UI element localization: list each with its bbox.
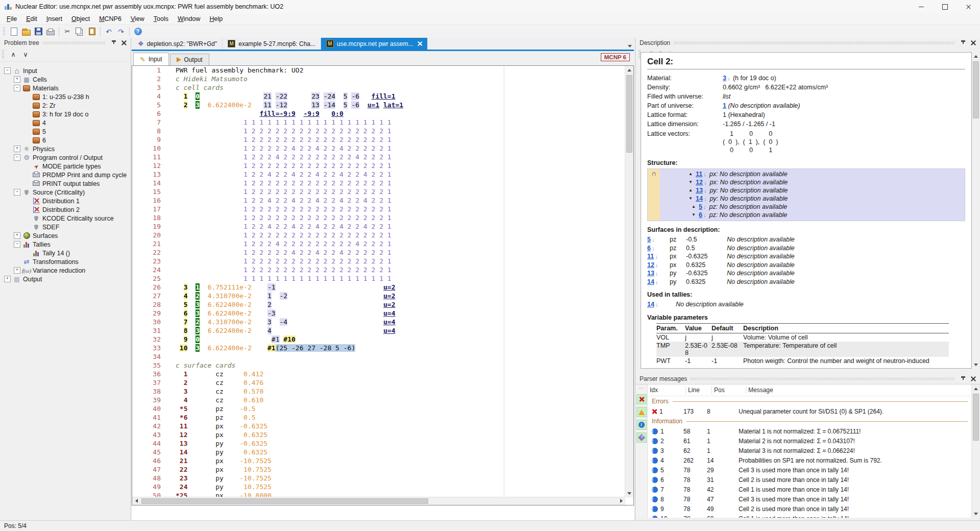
editor-line-21[interactable]: 21 1 2 2 2 4 2 2 2 2 2 2 2 2 2 4 2 2 2 1 (132, 239, 625, 248)
menu-file[interactable]: File (2, 14, 21, 23)
editor-line-20[interactable]: 20 1 2 2 2 2 2 2 2 2 2 2 2 2 2 2 2 2 2 1 (132, 231, 625, 239)
line-code[interactable] (166, 352, 176, 361)
goto-icon[interactable]: ↓ (654, 253, 659, 259)
editor-text-area[interactable]: 1PWR fuel assembly benchmark: UO22c Hide… (132, 66, 625, 497)
parser-row[interactable]: !97849Cell 2 is used more than once in t… (648, 504, 972, 514)
parser-group-errors[interactable]: Errors (648, 396, 972, 406)
filter-warnings-button[interactable] (636, 407, 647, 417)
editor-line-3[interactable]: 3c cell cards (132, 83, 625, 92)
goto-icon[interactable]: ↓ (654, 301, 659, 307)
scroll-down-icon[interactable] (972, 360, 980, 369)
editor-line-19[interactable]: 19 1 2 2 4 2 2 4 2 2 4 2 2 4 2 2 4 2 2 1 (132, 222, 625, 231)
editor-line-43[interactable]: 43 12 px 0.6325 (132, 430, 625, 439)
editor-line-32[interactable]: 32 9 0 #1 #10 (132, 335, 625, 344)
line-code[interactable]: 1 2 2 2 2 2 2 2 2 2 2 2 2 2 2 2 2 2 1 (166, 257, 391, 266)
editor-vertical-scrollbar[interactable] (625, 66, 633, 497)
surface-link[interactable]: 5 (699, 203, 702, 211)
tree-item-distribution-2[interactable]: Distribution 2 (0, 205, 131, 214)
tree-item-5[interactable]: 5 (0, 127, 131, 136)
toolbar-paste-icon[interactable] (86, 26, 98, 37)
editor-line-13[interactable]: 13 1 2 2 4 2 2 4 2 2 4 2 2 4 2 2 4 2 2 1 (132, 170, 625, 179)
tree-item-2-zr[interactable]: 2: Zr (0, 101, 131, 110)
toolbar-redo-icon[interactable]: ↷ (115, 26, 127, 37)
parser-row[interactable]: !57829Cell 3 is used more than once in t… (648, 465, 972, 475)
editor-line-40[interactable]: 40 *5 pz -0.5 (132, 404, 625, 413)
line-code[interactable]: 5 3 6.622400e-2 2 u=2 (166, 300, 396, 309)
editor-line-46[interactable]: 46 21 px -10.7525 (132, 456, 625, 465)
line-code[interactable]: 1 2 2 2 2 2 2 2 2 2 2 2 2 2 2 2 2 2 1 (166, 179, 391, 187)
goto-icon[interactable]: ↓ (703, 178, 708, 186)
parser-row[interactable]: !67831Cell 2 is used more than once in t… (648, 475, 972, 485)
toolbar-copy-icon[interactable] (74, 26, 86, 37)
editor-line-7[interactable]: 7 1 1 1 1 1 1 1 1 1 1 1 1 1 1 1 1 1 1 1 (132, 118, 625, 127)
editor-line-26[interactable]: 26 3 1 6.752111e-2 -1 u=2 (132, 283, 625, 292)
editor-line-48[interactable]: 48 23 py -10.7525 (132, 474, 625, 482)
editor-line-9[interactable]: 9 1 2 2 2 2 2 2 2 2 2 2 2 2 2 2 2 2 2 1 (132, 135, 625, 144)
menu-window[interactable]: Window (173, 14, 205, 23)
editor-line-49[interactable]: 49 24 py 10.7525 (132, 482, 625, 491)
menu-insert[interactable]: Insert (42, 14, 67, 23)
editor-line-36[interactable]: 36 1 cz 0.412 (132, 370, 625, 378)
line-code[interactable]: 1 1 1 1 1 1 1 1 1 1 1 1 1 1 1 1 1 1 1 (166, 274, 391, 283)
goto-icon[interactable]: ↓ (703, 186, 708, 195)
line-code[interactable]: c surface cards (166, 361, 235, 370)
scroll-up-icon[interactable] (972, 52, 980, 60)
expand-icon[interactable]: + (4, 276, 11, 282)
editor-line-29[interactable]: 29 6 3 6.622400e-2 -3 u=4 (132, 309, 625, 318)
tree-item-1-u-235-u-238-h[interactable]: 1: u-235 u-238 h (0, 92, 131, 101)
tree-item-sdef[interactable]: SDEF (0, 223, 131, 231)
editor-line-10[interactable]: 10 1 2 2 2 2 2 4 2 2 4 2 2 4 2 2 2 2 2 1 (132, 144, 625, 153)
editor-line-24[interactable]: 24 1 2 2 2 2 2 2 2 2 2 2 2 2 2 2 2 2 2 1 (132, 266, 625, 274)
parser-row[interactable]: !426214Probabilities on SP1 are not norm… (648, 455, 972, 465)
editor-line-27[interactable]: 27 4 2 4.310700e-2 1 -2 u=2 (132, 292, 625, 300)
tree-item-tallies[interactable]: −Tallies (0, 240, 131, 249)
tree-item-3-h-for-19-doc-o[interactable]: 3: h for 19 doc o (0, 110, 131, 118)
expand-icon[interactable]: + (14, 267, 20, 274)
tree-item-materials[interactable]: −Materials (0, 84, 131, 92)
doc-tab-3[interactable]: Muse.mcnpx.net pwr assem... (321, 38, 428, 50)
tree-item-4[interactable]: 4 (0, 118, 131, 127)
editor-line-22[interactable]: 22 1 2 2 2 2 2 4 2 2 4 2 2 4 2 2 2 2 2 1 (132, 248, 625, 257)
line-code[interactable]: 1 2 2 2 2 2 2 2 2 2 2 2 2 2 2 2 2 2 1 (166, 205, 391, 213)
editor-line-28[interactable]: 28 5 3 6.622400e-2 2 u=2 (132, 300, 625, 309)
toolbar-cut-icon[interactable]: ✂ (61, 26, 74, 37)
line-code[interactable]: 11 px -0.6325 (166, 422, 267, 430)
line-code[interactable]: 1 1 1 1 1 1 1 1 1 1 1 1 1 1 1 1 1 1 1 (166, 118, 391, 127)
pin-icon[interactable] (961, 376, 966, 382)
surface-link[interactable]: 3 (723, 75, 726, 82)
parser-group-information[interactable]: Information (648, 416, 972, 426)
toolbar-open-file-icon[interactable] (20, 26, 32, 37)
toolbar-undo-icon[interactable]: ↶ (103, 26, 115, 37)
line-code[interactable]: 1 2 2 2 2 2 2 2 2 2 2 2 2 2 2 2 2 2 1 (166, 266, 391, 274)
tree-item-program-control-output[interactable]: −⚙Program control / Output (0, 153, 131, 162)
tree-item-tally-14[interactable]: Tally 14 () (0, 249, 131, 257)
parser-row[interactable]: !87847Cell 3 is used more than once in t… (648, 494, 972, 504)
line-code[interactable]: 14 py 0.6325 (166, 448, 267, 456)
editor-horizontal-scrollbar[interactable] (132, 497, 625, 505)
line-code[interactable]: 3 1 6.752111e-2 -1 u=2 (166, 283, 396, 292)
scroll-up-icon[interactable] (625, 66, 633, 74)
collapse-icon[interactable]: − (14, 85, 20, 91)
line-code[interactable]: 10 3 6.622400e-2 #1(25 -26 27 -28 5 -6) (166, 344, 355, 352)
editor-line-31[interactable]: 31 8 3 6.622400e-2 4 u=4 (132, 326, 625, 335)
editor-line-33[interactable]: 33 10 3 6.622400e-2 #1(25 -26 27 -28 5 -… (132, 344, 625, 352)
line-code[interactable]: 4 cz 0.610 (166, 396, 263, 404)
collapse-icon[interactable]: − (14, 189, 20, 196)
surface-link[interactable]: 12 (647, 261, 654, 269)
toolbar-save-icon[interactable] (32, 26, 44, 37)
doc-tab-2[interactable]: Mexample 5-27.mcnp6: Cha... (223, 38, 321, 50)
surface-link[interactable]: 13 (647, 270, 654, 277)
close-button[interactable] (957, 0, 980, 13)
editor-line-41[interactable]: 41 *6 pz 0.5 (132, 413, 625, 422)
minimize-button[interactable] (910, 0, 933, 13)
collapse-icon[interactable]: − (14, 154, 20, 161)
tab-input[interactable]: ✎Input (133, 53, 169, 65)
line-code[interactable]: 1 2 2 2 2 2 2 2 2 2 2 2 2 2 2 2 2 2 1 (166, 135, 391, 144)
toolbar-new-file-icon[interactable] (8, 26, 20, 37)
editor-line-11[interactable]: 11 1 2 2 2 4 2 2 2 2 2 2 2 2 2 4 2 2 2 1 (132, 153, 625, 161)
tree-item-mode-particle-types[interactable]: ➤MODE particle types (0, 162, 131, 171)
tree-item-physics[interactable]: +✳Physics (0, 144, 131, 153)
tree-item-surfaces[interactable]: +Surfaces (0, 231, 131, 240)
line-code[interactable]: c Hideki Matsumoto (166, 75, 248, 83)
filter-errors-button[interactable] (636, 394, 647, 404)
